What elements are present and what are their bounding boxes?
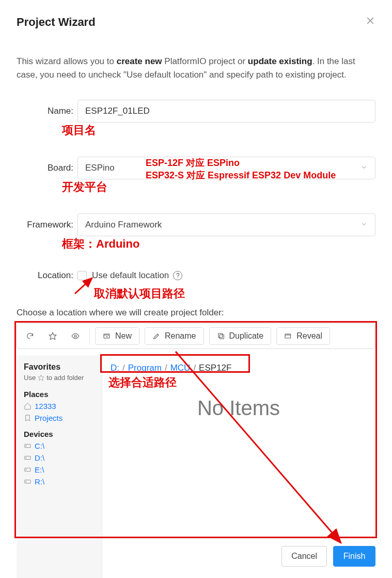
finish-button-label: Finish [343, 552, 366, 561]
drive-r-label: R:\ [35, 477, 44, 486]
home-icon [24, 402, 32, 410]
sidebar-item-projects[interactable]: Projects [24, 414, 95, 422]
framework-select[interactable]: Arduino Framework [77, 214, 375, 236]
svg-point-13 [26, 469, 26, 470]
file-browser: New Rename Duplicate Reveal Favorites [17, 323, 375, 578]
svg-rect-4 [219, 334, 224, 339]
sidebar-home-label: 12333 [35, 402, 56, 410]
board-select[interactable]: ESPino [77, 157, 375, 179]
row-location: Location: Use default location ? 取消默认项目路… [17, 270, 375, 281]
row-name: Name: ESP12F_01LED 项目名 [17, 100, 375, 123]
refresh-icon[interactable] [21, 327, 39, 345]
svg-marker-1 [49, 332, 56, 339]
sidebar-item-drive-c[interactable]: C:\ [24, 442, 95, 450]
framework-value: Arduino Framework [85, 220, 162, 230]
svg-point-9 [26, 446, 26, 446]
board-label: Board: [17, 163, 77, 173]
sidebar-item-drive-d[interactable]: D:\ [24, 453, 95, 462]
star-icon[interactable] [44, 327, 61, 345]
annotation-project-name: 项目名 [62, 123, 96, 138]
breadcrumb-sep: / [193, 363, 196, 373]
duplicate-button-label: Duplicate [229, 331, 264, 341]
close-icon[interactable] [365, 16, 375, 29]
location-label: Location: [17, 270, 77, 281]
row-board: Board: ESPino 开发平台 ESP-12F 对应 ESPino ESP… [17, 157, 375, 179]
cancel-button-label: Cancel [291, 552, 317, 561]
use-default-checkbox[interactable] [77, 271, 87, 280]
annotation-board: 开发平台 [62, 179, 107, 195]
favorites-hint-pre: Use [24, 374, 36, 382]
drive-icon [24, 478, 32, 485]
reveal-button-label: Reveal [296, 331, 322, 341]
sidebar-item-home[interactable]: 12333 [24, 402, 95, 410]
toolbar-separator [89, 328, 90, 344]
reveal-button[interactable]: Reveal [276, 327, 330, 345]
file-toolbar: New Rename Duplicate Reveal [17, 323, 375, 349]
drive-c-label: C:\ [35, 442, 44, 450]
svg-point-15 [26, 481, 26, 482]
finish-button[interactable]: Finish [333, 546, 375, 567]
file-browser-body: Favorites Use to add folder Places 12333… [17, 355, 375, 578]
intro-bold-update: update existing [248, 56, 312, 66]
drive-icon [24, 454, 32, 462]
annotation-framework: 框架：Arduino [62, 236, 139, 252]
intro-mid: PlatformIO project or [162, 56, 248, 66]
new-button-label: New [115, 331, 132, 341]
name-value: ESP12F_01LED [85, 106, 150, 116]
name-label: Name: [17, 106, 77, 116]
project-wizard-modal: Project Wizard This wizard allows you to… [0, 0, 392, 578]
use-default-text: Use default location [92, 270, 169, 281]
modal-footer: Cancel Finish [281, 546, 375, 567]
sidebar-item-drive-r[interactable]: R:\ [24, 477, 95, 486]
intro-text: This wizard allows you to create new Pla… [17, 55, 375, 82]
row-framework: Framework: Arduino Framework 框架：Arduino [17, 214, 375, 236]
file-browser-wrap: New Rename Duplicate Reveal Favorites [17, 323, 375, 578]
svg-rect-6 [285, 334, 291, 338]
name-input[interactable]: ESP12F_01LED [77, 100, 375, 123]
file-main: D: / Program / MCU / ESP12F 选择合适路径 No It… [102, 355, 375, 578]
svg-rect-5 [218, 333, 222, 337]
drive-icon [24, 442, 32, 450]
rename-button-label: Rename [165, 331, 196, 341]
favorites-hint-post: to add folder [46, 374, 84, 382]
file-sidebar: Favorites Use to add folder Places 12333… [17, 355, 102, 578]
breadcrumb-current: ESP12F [199, 363, 231, 373]
devices-header: Devices [24, 430, 95, 438]
breadcrumb: D: / Program / MCU / ESP12F [111, 360, 367, 376]
breadcrumb-program[interactable]: Program [128, 363, 162, 373]
eye-icon[interactable] [67, 327, 84, 345]
drive-d-label: D:\ [35, 453, 44, 462]
intro-bold-create: create new [117, 56, 162, 66]
new-button[interactable]: New [95, 327, 139, 345]
rename-button[interactable]: Rename [145, 327, 203, 345]
svg-point-11 [26, 458, 26, 458]
svg-marker-7 [38, 375, 44, 381]
breadcrumb-sep: / [165, 363, 167, 373]
breadcrumb-d[interactable]: D: [111, 363, 119, 373]
cancel-button[interactable]: Cancel [281, 546, 327, 567]
sidebar-item-drive-e[interactable]: E:\ [24, 465, 95, 474]
chevron-down-icon [360, 220, 368, 229]
sidebar-projects-label: Projects [35, 414, 62, 422]
drive-icon [24, 466, 32, 474]
svg-rect-3 [104, 334, 109, 338]
drive-e-label: E:\ [35, 465, 44, 474]
chevron-down-icon [360, 163, 368, 172]
favorites-hint: Use to add folder [24, 374, 95, 382]
annotation-cancel-default: 取消默认项目路径 [94, 286, 185, 301]
intro-pre: This wizard allows you to [17, 56, 117, 66]
modal-header: Project Wizard [17, 16, 375, 29]
framework-label: Framework: [17, 220, 77, 230]
svg-point-2 [74, 335, 76, 337]
help-icon[interactable]: ? [173, 271, 182, 280]
bookmark-icon [24, 414, 32, 422]
breadcrumb-sep: / [122, 363, 125, 373]
places-header: Places [24, 390, 95, 399]
modal-title: Project Wizard [17, 16, 96, 29]
breadcrumb-mcu[interactable]: MCU [170, 363, 191, 373]
choose-location-text: Choose a location where we will create p… [17, 308, 375, 318]
duplicate-button[interactable]: Duplicate [209, 327, 272, 345]
star-icon [38, 374, 44, 381]
board-value: ESPino [85, 163, 115, 173]
annotation-choose-path: 选择合适路径 [108, 375, 177, 390]
